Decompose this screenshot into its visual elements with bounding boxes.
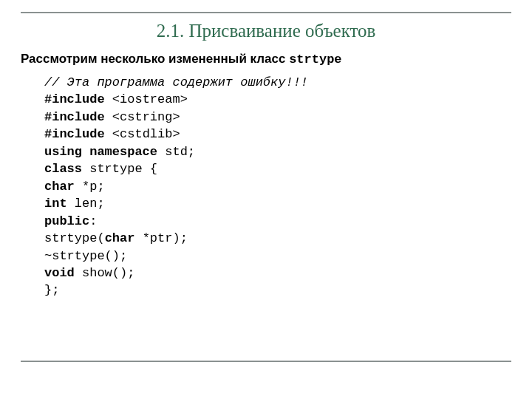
code-line: #include <iostream>: [44, 91, 511, 108]
intro-prefix: Рассмотрим несколько измененный класс: [21, 52, 289, 66]
code-line: class strtype {: [44, 160, 511, 177]
code-line: using namespace std;: [44, 143, 511, 160]
intro-text: Рассмотрим несколько измененный класс st…: [21, 52, 511, 66]
code-line: strtype(char *ptr);: [44, 230, 511, 247]
code-block: // Эта программа содержит ошибку!!! #inc…: [44, 74, 511, 299]
top-divider: [21, 12, 511, 13]
code-line: #include <cstring>: [44, 109, 511, 126]
code-line: void show();: [44, 265, 511, 282]
code-line: #include <cstdlib>: [44, 126, 511, 143]
code-lines: #include <iostream>#include <cstring>#in…: [44, 91, 511, 299]
code-line: public:: [44, 213, 511, 230]
code-line: ~strtype();: [44, 248, 511, 265]
code-line: char *p;: [44, 178, 511, 195]
code-line: int len;: [44, 195, 511, 212]
slide: 2.1. Присваивание объектов Рассмотрим не…: [0, 0, 532, 399]
page-title: 2.1. Присваивание объектов: [21, 21, 511, 41]
code-comment: // Эта программа содержит ошибку!!!: [44, 74, 511, 91]
code-line: };: [44, 282, 511, 299]
bottom-divider: [21, 361, 511, 362]
intro-classname: strtype: [289, 52, 341, 66]
